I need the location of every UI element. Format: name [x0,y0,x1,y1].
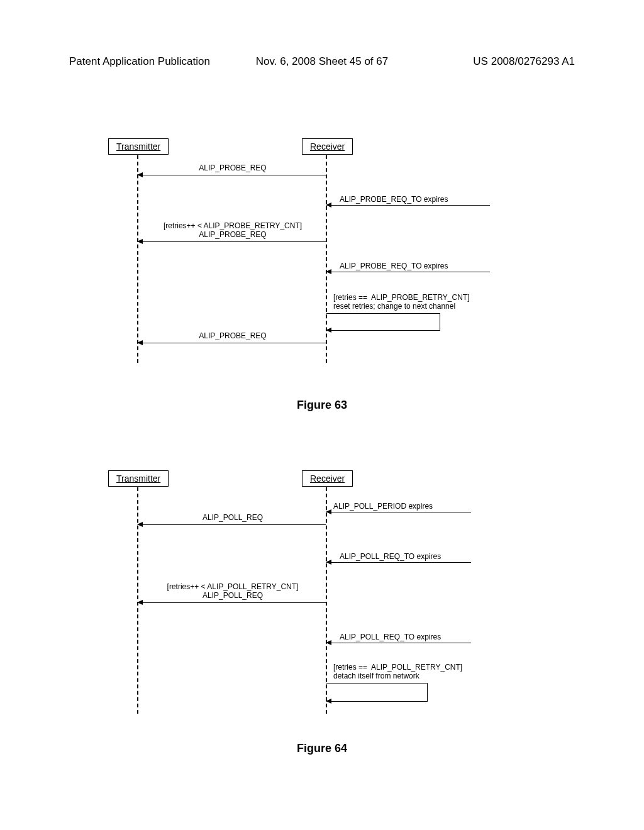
self-msg-label-64: [retries == ALIP_POLL_RETRY_CNT] detach … [333,663,462,680]
side-poll-timeout-1-label: ALIP_POLL_REQ_TO expires [340,552,441,561]
side-poll-timeout-1 [326,562,471,563]
self-msg-shape-64 [326,683,428,702]
msg-poll-req-2 [138,602,326,603]
side-poll-period [326,512,471,512]
figure-64-caption: Figure 64 [297,742,347,755]
msg-probe-req-3 [138,343,326,343]
msg-probe-req-1 [138,175,326,175]
figure-63-caption: Figure 63 [297,399,347,412]
msg-poll-req-1 [138,524,326,525]
side-poll-period-label: ALIP_POLL_PERIOD expires [333,502,433,511]
side-timeout-2-label: ALIP_PROBE_REQ_TO expires [340,262,448,270]
side-poll-timeout-2 [326,643,471,643]
msg-probe-req-2 [138,241,326,242]
transmitter-box: Transmitter [108,138,169,155]
self-msg-label: [retries == ALIP_PROBE_RETRY_CNT] reset … [333,293,470,311]
receiver-box-64: Receiver [302,470,353,487]
self-msg-shape [326,313,440,331]
msg-probe-req-3-label: ALIP_PROBE_REQ [138,331,327,340]
transmitter-box-64: Transmitter [108,470,169,487]
side-timeout-1 [326,205,490,206]
msg-poll-req-2-label: [retries++ < ALIP_POLL_RETRY_CNT] ALIP_P… [138,582,327,600]
msg-probe-req-1-label: ALIP_PROBE_REQ [138,163,327,172]
header-center: Nov. 6, 2008 Sheet 45 of 67 [256,55,388,68]
msg-poll-req-1-label: ALIP_POLL_REQ [138,513,327,522]
side-poll-timeout-2-label: ALIP_POLL_REQ_TO expires [340,633,441,641]
side-timeout-2 [326,272,490,272]
header-right: US 2008/0276293 A1 [473,55,575,68]
receiver-box: Receiver [302,138,353,155]
header-left: Patent Application Publication [69,55,210,68]
side-timeout-1-label: ALIP_PROBE_REQ_TO expires [340,195,448,204]
msg-probe-req-2-label: [retries++ < ALIP_PROBE_RETRY_CNT] ALIP_… [138,221,327,239]
page-header: Patent Application Publication Nov. 6, 2… [69,55,575,68]
